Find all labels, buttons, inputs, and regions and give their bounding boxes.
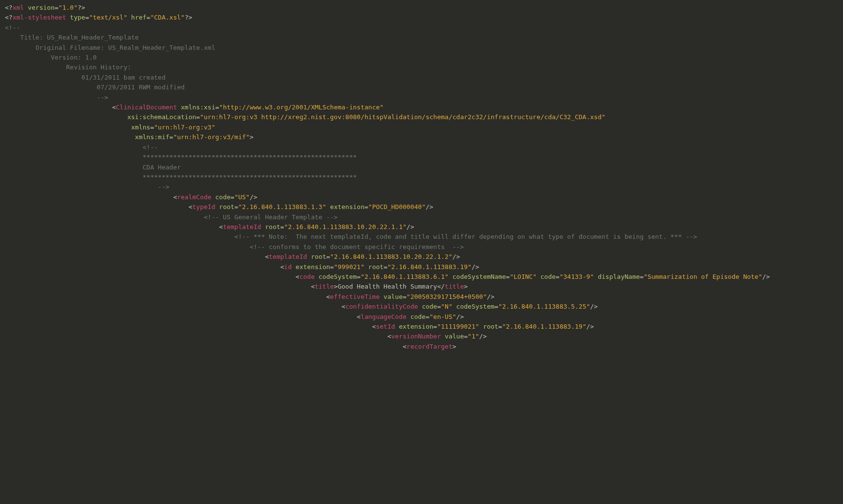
comment-revision: Revision History: (5, 63, 838, 72)
comment-stars: ****************************************… (5, 172, 838, 182)
comment-rev2: 07/29/2011 RWM modified (5, 83, 838, 92)
code-line: <code codeSystem="2.16.840.1.113883.6.1"… (5, 272, 838, 282)
code-line: <effectiveTime value="20050329171504+050… (5, 292, 838, 302)
code-line: <typeId root="2.16.840.1.113883.1.3" ext… (5, 202, 838, 212)
code-line: <id extension="999021" root="2.16.840.1.… (5, 262, 838, 272)
code-line: <templateId root="2.16.840.1.113883.10.2… (5, 222, 838, 232)
pi-open: <? (5, 4, 13, 11)
code-line: <title>Good Health Health Summary</title… (5, 282, 838, 292)
code-line: <versionNumber value="1"/> (5, 332, 838, 341)
space (24, 4, 28, 11)
comment-stars: ****************************************… (5, 152, 838, 162)
comment-open: <!-- (5, 23, 838, 33)
code-editor-viewport[interactable]: <?xml version="1.0"?> <?xml-stylesheet t… (0, 0, 843, 357)
attr-name: version (28, 4, 55, 11)
comment-filename: Original Filename: US_Realm_Header_Templ… (5, 43, 838, 53)
pi-target: xml-stylesheet (13, 14, 66, 21)
comment-conforms: <!-- conforms to the document specific r… (5, 242, 838, 252)
code-line: xmlns="urn:hl7-org:v3" (5, 123, 838, 132)
code-line: <?xml version="1.0"?> (5, 3, 838, 13)
code-line: xsi:schemaLocation="urn:hl7-org:v3 http:… (5, 112, 838, 122)
code-line: <languageCode code="en-US"/> (5, 312, 838, 322)
code-line: <recordTarget> (5, 342, 838, 352)
code-line: <templateId root="2.16.840.1.113883.10.2… (5, 252, 838, 262)
comment-section: CDA Header (5, 163, 838, 172)
comment-version: Version: 1.0 (5, 53, 838, 63)
comment-rev1: 01/31/2011 bam created (5, 73, 838, 83)
attr-val: "1.0" (59, 4, 78, 11)
comment-close: --> (5, 93, 838, 103)
code-line: <confidentialityCode code="N" codeSystem… (5, 302, 838, 312)
comment-note: <!-- *** Note: The next templateId, code… (5, 232, 838, 242)
code-line: <setId extension="111199021" root="2.16.… (5, 322, 838, 332)
eq: = (55, 4, 59, 11)
text-node: Good Health Health Summary (338, 283, 437, 290)
element-name: ClinicalDocument (116, 104, 177, 111)
code-line: <ClinicalDocument xmlns:xsi="http://www.… (5, 103, 838, 112)
code-line: <?xml-stylesheet type="text/xsl" href="C… (5, 13, 838, 22)
pi-target: xml (13, 4, 24, 11)
comment-close: --> (5, 182, 838, 192)
comment-title: Title: US_Realm_Header_Template (5, 33, 838, 42)
comment-open: <!-- (5, 143, 838, 152)
pi-close: ?> (78, 4, 86, 11)
code-line: <realmCode code="US"/> (5, 192, 838, 202)
code-line: xmlns:mif="urn:hl7-org:v3/mif"> (5, 132, 838, 142)
comment-inline: <!-- US General Header Template --> (5, 212, 838, 222)
